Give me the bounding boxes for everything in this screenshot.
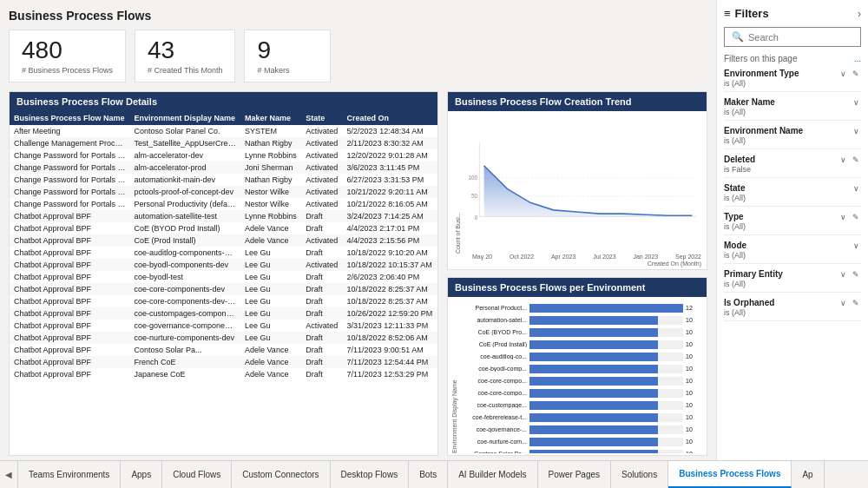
tab-power-pages[interactable]: Power Pages [538, 461, 611, 488]
table-row[interactable]: Chatbot Approval BPFcoe-byodl-testLee Gu… [10, 271, 437, 283]
filter-chevron-btn[interactable]: ∨ [852, 127, 861, 135]
table-row[interactable]: Chatbot Approval BPFCoE (BYOD Prod Insta… [10, 222, 437, 234]
filter-chevron-btn[interactable]: ∨ [838, 213, 848, 221]
table-panel: Business Process Flow Details Business P… [9, 91, 438, 456]
table-row[interactable]: Chatbot Approval BPFcoe-auditlog-compone… [10, 247, 437, 259]
table-row[interactable]: Chatbot Approval BPFcoe-byodl-components… [10, 259, 437, 271]
table-row[interactable]: Change Password for Portals Contactautom… [10, 174, 437, 186]
bar-track [529, 401, 683, 410]
table-col-header: State [301, 111, 342, 125]
bar-value: 10 [686, 451, 699, 453]
table-cell: Adele Vance [240, 368, 301, 380]
filter-chevron-btn[interactable]: ∨ [838, 299, 848, 307]
table-cell: Adele Vance [240, 344, 301, 356]
filter-edit-btn[interactable]: ✎ [851, 69, 861, 78]
filter-edit-btn[interactable]: ✎ [851, 270, 861, 279]
table-cell: Activated [301, 186, 342, 198]
tab-solutions[interactable]: Solutions [611, 461, 668, 488]
filter-chevron-btn[interactable]: ∨ [838, 69, 848, 78]
bar-track [529, 438, 683, 446]
filter-chevron-btn[interactable]: ∨ [852, 184, 861, 193]
filters-search-input[interactable] [748, 32, 868, 43]
table-cell: Change Password for Portals Contact [10, 186, 130, 198]
bar-value: 10 [686, 366, 699, 372]
tab-teams-environments[interactable]: Teams Environments [18, 461, 121, 488]
tab-business-process-flows[interactable]: Business Process Flows [668, 461, 792, 488]
bar-fill [529, 413, 658, 422]
table-cell: SYSTEM [240, 125, 301, 137]
bar-row: coe-core-compo... 10 [457, 375, 699, 387]
page-title: Business Process Flows [9, 9, 707, 23]
table-row[interactable]: Change Password for Portals Contactalm-a… [10, 149, 437, 162]
table-row[interactable]: Chatbot Approval BPFCoE (Prod Install)Ad… [10, 234, 437, 247]
table-cell: Test_Satellite_AppUserCreation [130, 137, 240, 149]
bar-fill [529, 365, 658, 373]
filter-name: State [724, 183, 745, 193]
tab-custom-connectors[interactable]: Custom Connectors [232, 461, 330, 488]
bar-label: automation-satel... [457, 317, 527, 323]
table-cell: Change Password for Portals Contact [10, 198, 130, 210]
table-row[interactable]: After MeetingContoso Solar Panel Co.SYST… [10, 125, 437, 137]
table-row[interactable]: Chatbot Approval BPFContoso Solar Pa...A… [10, 344, 437, 356]
filter-edit-btn[interactable]: ✎ [851, 155, 861, 164]
filter-edit-btn[interactable]: ✎ [851, 299, 861, 307]
table-row[interactable]: Chatbot Approval BPFcoe-custompages-comp… [10, 307, 437, 320]
bar-row: Personal Product... 12 [457, 302, 699, 314]
table-cell: Activated [301, 320, 342, 332]
filter-name: Type [724, 212, 744, 221]
table-row[interactable]: Chatbot Approval BPFcoe-core-components-… [10, 295, 437, 307]
filter-chevron-btn[interactable]: ∨ [852, 98, 861, 107]
trend-chart-svg: 0 50 100 [461, 115, 701, 254]
bar-track [529, 304, 683, 313]
table-cell: Chatbot Approval BPF [10, 210, 130, 222]
table-cell: Adele Vance [240, 222, 301, 234]
kpi-value-1: 43 [148, 37, 222, 64]
kpi-card-2: 9# Makers [244, 30, 331, 82]
bar-label: coe-byodl-comp... [457, 366, 527, 372]
table-row[interactable]: Change Password for Portals Contactpctoo… [10, 186, 437, 198]
filter-chevron-btn[interactable]: ∨ [838, 270, 848, 279]
bar-chart-box: Business Process Flows per Environment E… [447, 277, 707, 456]
table-row[interactable]: Change Password for Portals ContactPerso… [10, 198, 437, 210]
filter-edit-btn[interactable]: ✎ [851, 213, 861, 221]
table-cell: Activated [301, 162, 342, 174]
table-cell: Nestor Wilke [240, 186, 301, 198]
table-cell: Change Password for Portals Contact [10, 174, 130, 186]
table-row[interactable]: Chatbot Approval BPFcoe-nurture-componen… [10, 332, 437, 344]
table-row[interactable]: Chatbot Approval BPFJapanese CoEAdele Va… [10, 368, 437, 380]
table-row[interactable]: Chatbot Approval BPFcoe-governance-compo… [10, 320, 437, 332]
search-icon: 🔍 [732, 31, 744, 43]
tab-bots[interactable]: Bots [409, 461, 448, 488]
filters-on-page-more[interactable]: ... [854, 54, 861, 63]
tab-ai-builder-models[interactable]: AI Builder Models [448, 461, 537, 488]
bar-label: coe-custompage... [457, 402, 527, 408]
bar-value: 10 [686, 353, 699, 359]
table-cell: Joni Sherman [240, 162, 301, 174]
filters-search-box[interactable]: 🔍 [724, 27, 861, 47]
filter-name: Environment Name [724, 126, 803, 135]
tab-desktop-flows[interactable]: Desktop Flows [331, 461, 410, 488]
table-row[interactable]: Chatbot Approval BPFautomation-satellite… [10, 210, 437, 222]
tab-nav-prev[interactable]: ◀ [0, 461, 18, 488]
table-cell: coe-custompages-components-dev [130, 307, 240, 320]
table-row[interactable]: Chatbot Approval BPFcoe-core-components-… [10, 283, 437, 295]
table-cell: Chatbot Approval BPF [10, 344, 130, 356]
table-cell: automation-satellite-test [130, 210, 240, 222]
table-row[interactable]: Chatbot Approval BPFFrench CoEAdele Vanc… [10, 356, 437, 368]
filter-value: is (All) [724, 280, 861, 288]
trend-x-label: Created On (Month) [648, 260, 701, 267]
filter-icon: ≡ [724, 7, 731, 20]
table-cell: coe-nurture-components-dev [130, 332, 240, 344]
tab-apps[interactable]: Apps [121, 461, 162, 488]
filter-chevron-btn[interactable]: ∨ [852, 241, 861, 250]
tab-ap[interactable]: Ap [792, 461, 824, 488]
filter-chevron-btn[interactable]: ∨ [838, 155, 848, 164]
filters-expand-btn[interactable]: › [858, 8, 861, 20]
tab-cloud-flows[interactable]: Cloud Flows [162, 461, 232, 488]
table-row[interactable]: Change Password for Portals Contactalm-a… [10, 162, 437, 174]
bar-fill [529, 316, 658, 325]
bar-track [529, 316, 683, 325]
table-cell: alm-accelerator-prod [130, 162, 240, 174]
table-row[interactable]: Challenge Management ProcessTest_Satelli… [10, 137, 437, 149]
filter-item-0: Environment Type ∨ ✎ is (All) [724, 69, 861, 92]
